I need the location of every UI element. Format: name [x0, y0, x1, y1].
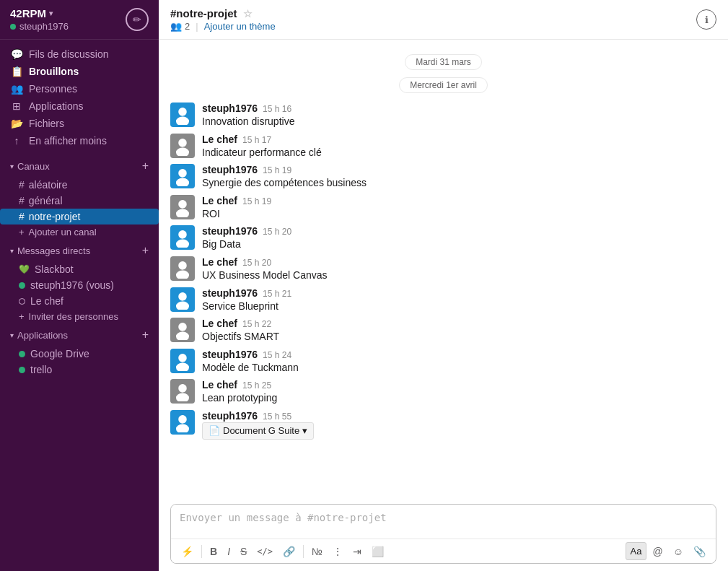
message-author: steuph1976	[202, 349, 258, 360]
svg-point-16	[178, 354, 187, 362]
dm-item-lechef[interactable]: Le chef	[0, 293, 159, 309]
channel-item-aleatoire[interactable]: # aléatoire	[0, 177, 159, 193]
add-channel-icon[interactable]: +	[142, 160, 149, 173]
svg-point-18	[178, 384, 187, 393]
toolbar-divider	[303, 545, 304, 558]
dm-section-header[interactable]: ▾ Messages directs +	[0, 240, 159, 261]
message-row: steuph1976 15 h 24 Modèle de Tuckmann	[159, 346, 728, 378]
channel-item-notre-projet[interactable]: # notre-projet	[0, 209, 159, 225]
add-dm-icon[interactable]: +	[142, 244, 149, 257]
message-row: steuph1976 15 h 55 📄 Document G Suite ▾	[159, 408, 728, 442]
sidebar-nav: 💬 Fils de discussion 📋 Brouillons 👥 Pers…	[0, 40, 159, 155]
date-pill-mercredi: Mercredi 1er avril	[399, 77, 488, 93]
doc-badge[interactable]: 📄 Document G Suite ▾	[202, 422, 314, 440]
message-row: Le chef 15 h 17 Indicateur performance c…	[159, 131, 728, 162]
message-content: steuph1976 15 h 21 Service Blueprint	[202, 287, 716, 314]
star-icon[interactable]: ☆	[243, 8, 253, 19]
message-input[interactable]	[171, 505, 716, 536]
message-time: 15 h 16	[263, 104, 291, 114]
edit-button[interactable]: ✏	[126, 8, 149, 31]
apps-section-header[interactable]: ▾ Applications +	[0, 324, 159, 346]
indent-button[interactable]: ⇥	[348, 543, 366, 560]
message-time: 15 h 21	[263, 289, 291, 299]
nav-item-personnes[interactable]: 👥 Personnes	[0, 80, 159, 97]
unordered-list-button[interactable]: ⋮	[328, 543, 347, 560]
message-time: 15 h 20	[242, 258, 271, 268]
message-content: steuph1976 15 h 24 Modèle de Tuckmann	[202, 349, 716, 375]
hash-icon: #	[19, 195, 25, 206]
nav-item-moins[interactable]: ↑ En afficher moins	[0, 132, 159, 149]
link-button[interactable]: 🔗	[279, 543, 299, 560]
add-theme-link[interactable]: Ajouter un thème	[204, 21, 276, 32]
nav-item-brouillons[interactable]: 📋 Brouillons	[0, 63, 159, 80]
nav-applications-label: Applications	[29, 100, 84, 112]
message-row: steuph1976 15 h 19 Synergie des compéten…	[159, 162, 728, 193]
app-item-trello[interactable]: trello	[0, 362, 159, 378]
workspace-name[interactable]: 42RPM ▾	[10, 7, 69, 19]
bold-button[interactable]: B	[206, 543, 222, 560]
plus-icon: +	[19, 227, 25, 237]
message-header: steuph1976 15 h 16	[202, 103, 716, 114]
message-time: 15 h 19	[242, 196, 271, 206]
message-row: Le chef 15 h 25 Lean prototyping	[159, 377, 728, 408]
info-button[interactable]: ℹ	[696, 9, 716, 30]
message-content: Le chef 15 h 25 Lean prototyping	[202, 379, 716, 406]
message-content: Le chef 15 h 19 ROI	[202, 195, 716, 222]
date-separator-mardi: Mardi 31 mars	[170, 54, 716, 70]
channels-section-label: Canaux	[17, 161, 50, 172]
avatar	[170, 103, 195, 127]
svg-point-12	[178, 292, 187, 301]
doc-icon: 📄	[209, 424, 220, 437]
message-row: steuph1976 15 h 16 Innovation disruptive	[159, 100, 728, 131]
message-time: 15 h 20	[263, 227, 291, 237]
svg-point-9	[176, 240, 189, 248]
avatar	[170, 134, 195, 158]
files-icon: 📂	[10, 118, 23, 129]
avatar	[170, 318, 195, 342]
svg-point-8	[178, 230, 187, 239]
date-pill-mardi: Mardi 31 mars	[405, 54, 482, 70]
nav-item-fichiers[interactable]: 📂 Fichiers	[0, 115, 159, 132]
invite-people-button[interactable]: + Inviter des personnes	[0, 309, 159, 324]
message-header: steuph1976 15 h 21	[202, 287, 716, 299]
emoji-button[interactable]: ☺	[669, 543, 688, 560]
message-text: Innovation disruptive	[202, 115, 716, 129]
code-button[interactable]: </>	[253, 544, 277, 559]
add-channel-label: Ajouter un canal	[29, 227, 97, 237]
apps-chevron-icon: ▾	[10, 331, 14, 339]
message-text: UX Business Model Canvas	[202, 269, 716, 283]
mention-button[interactable]: @	[648, 543, 667, 560]
apps-section-label: Applications	[17, 330, 68, 341]
avatar	[170, 349, 195, 373]
message-content: steuph1976 15 h 19 Synergie des compéten…	[202, 164, 716, 191]
app-item-gdrive[interactable]: Google Drive	[0, 346, 159, 362]
add-app-icon[interactable]: +	[142, 328, 149, 341]
svg-point-10	[178, 261, 187, 270]
strikethrough-button[interactable]: S	[236, 543, 251, 560]
font-button[interactable]: Aa	[626, 542, 647, 560]
nav-item-fils[interactable]: 💬 Fils de discussion	[0, 45, 159, 63]
message-content: steuph1976 15 h 20 Big Data	[202, 225, 716, 252]
message-author: steuph1976	[202, 225, 258, 237]
dm-item-slackbot[interactable]: 💚 Slackbot	[0, 261, 159, 277]
message-content: steuph1976 15 h 16 Innovation disruptive	[202, 103, 716, 129]
nav-item-applications[interactable]: ⊞ Applications	[0, 97, 159, 115]
dm-item-steuph[interactable]: steuph1976 (vous)	[0, 277, 159, 293]
message-text[interactable]: 📄 Document G Suite ▾	[202, 422, 716, 440]
channels-section-header[interactable]: ▾ Canaux +	[0, 155, 159, 177]
svg-point-19	[176, 393, 189, 402]
italic-button[interactable]: I	[223, 543, 234, 560]
input-toolbar: ⚡ B I S </> 🔗 № ⋮ ⇥ ⬜ Aa @ ☺ 📎	[171, 539, 716, 563]
message-text: Indicateur performance clé	[202, 146, 716, 160]
message-header: steuph1976 15 h 55	[202, 410, 716, 422]
message-row: Le chef 15 h 22 Objectifs SMART	[159, 315, 728, 346]
lightning-button[interactable]: ⚡	[177, 543, 198, 560]
add-channel-button[interactable]: + Ajouter un canal	[0, 225, 159, 240]
ordered-list-button[interactable]: №	[307, 543, 327, 560]
attach-button[interactable]: 📎	[689, 543, 710, 560]
code-block-button[interactable]: ⬜	[367, 543, 388, 560]
message-header: steuph1976 15 h 19	[202, 164, 716, 175]
members-icon: 👥	[170, 21, 182, 32]
message-text: ROI	[202, 207, 716, 222]
channel-item-general[interactable]: # général	[0, 193, 159, 209]
